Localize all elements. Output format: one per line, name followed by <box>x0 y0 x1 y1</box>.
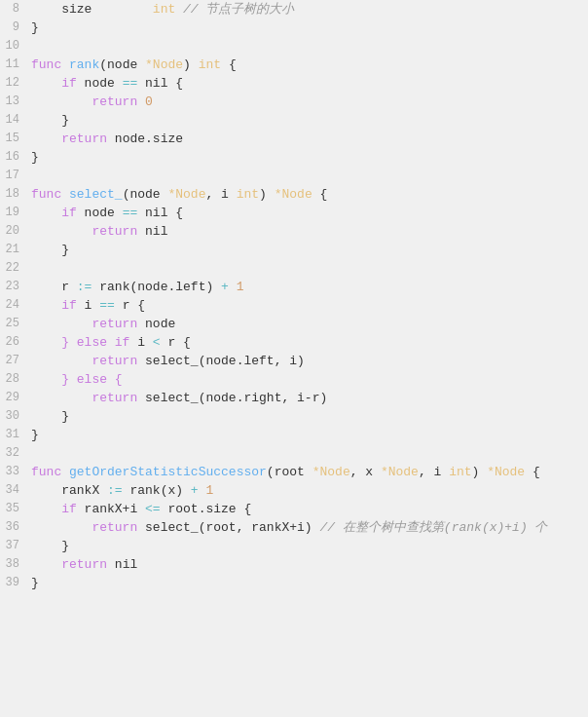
line-content: func rank(node *Node) int { <box>31 56 588 74</box>
line-number: 36 <box>0 518 31 537</box>
line-number: 27 <box>0 352 31 370</box>
code-line: 21 } <box>0 241 588 259</box>
line-content: if node == nil { <box>31 74 588 93</box>
line-number: 22 <box>0 259 31 278</box>
code-line: 36 return select_(root, rankX+i) // 在整个树… <box>0 518 588 537</box>
line-number: 18 <box>0 185 31 204</box>
code-line: 11func rank(node *Node) int { <box>0 56 588 74</box>
line-number: 14 <box>0 111 31 130</box>
code-line: 13 return 0 <box>0 93 588 111</box>
code-line: 38 return nil <box>0 555 588 574</box>
line-content: if node == nil { <box>31 204 588 222</box>
code-line: 12 if node == nil { <box>0 74 588 93</box>
line-number: 34 <box>0 481 31 500</box>
line-number: 23 <box>0 278 31 296</box>
line-number: 16 <box>0 148 31 167</box>
line-content: return select_(node.right, i-r) <box>31 389 588 407</box>
line-content: return select_(node.left, i) <box>31 352 588 370</box>
line-content: } <box>31 426 588 444</box>
code-line: 22 <box>0 259 588 278</box>
line-content: func getOrderStatisticSuccessor(root *No… <box>31 463 588 481</box>
line-content <box>31 167 588 185</box>
line-content: r := rank(node.left) + 1 <box>31 278 588 296</box>
code-line: 28 } else { <box>0 370 588 389</box>
line-content: rankX := rank(x) + 1 <box>31 481 588 500</box>
line-content: return nil <box>31 555 588 574</box>
line-content: func select_(node *Node, i int) *Node { <box>31 185 588 204</box>
code-line: 39} <box>0 574 588 592</box>
code-line: 18func select_(node *Node, i int) *Node … <box>0 185 588 204</box>
line-number: 30 <box>0 407 31 426</box>
code-line: 26 } else if i < r { <box>0 333 588 352</box>
line-content: } <box>31 537 588 555</box>
code-line: 9} <box>0 19 588 37</box>
line-number: 8 <box>0 0 31 19</box>
line-number: 24 <box>0 296 31 315</box>
line-number: 29 <box>0 389 31 407</box>
line-number: 13 <box>0 93 31 111</box>
code-line: 14 } <box>0 111 588 130</box>
line-content: return nil <box>31 222 588 241</box>
code-line: 8 size int // 节点子树的大小 <box>0 0 588 19</box>
line-number: 28 <box>0 370 31 389</box>
line-content: return node.size <box>31 130 588 148</box>
line-content: size int // 节点子树的大小 <box>31 0 588 19</box>
code-line: 31} <box>0 426 588 444</box>
line-content: } <box>31 148 588 167</box>
code-line: 20 return nil <box>0 222 588 241</box>
line-content <box>31 444 588 463</box>
code-line: 37 } <box>0 537 588 555</box>
line-content: } <box>31 19 588 37</box>
code-editor: 8 size int // 节点子树的大小9}10 11func rank(no… <box>0 0 588 717</box>
line-number: 32 <box>0 444 31 463</box>
line-number: 38 <box>0 555 31 574</box>
code-line: 24 if i == r { <box>0 296 588 315</box>
code-line: 23 r := rank(node.left) + 1 <box>0 278 588 296</box>
line-number: 19 <box>0 204 31 222</box>
line-number: 25 <box>0 315 31 333</box>
code-line: 27 return select_(node.left, i) <box>0 352 588 370</box>
line-number: 15 <box>0 130 31 148</box>
line-number: 33 <box>0 463 31 481</box>
line-content: } else if i < r { <box>31 333 588 352</box>
code-line: 10 <box>0 37 588 56</box>
code-line: 35 if rankX+i <= root.size { <box>0 500 588 518</box>
line-content: } <box>31 111 588 130</box>
line-number: 20 <box>0 222 31 241</box>
line-number: 31 <box>0 426 31 444</box>
line-content: } <box>31 407 588 426</box>
line-content: } <box>31 574 588 592</box>
line-number: 21 <box>0 241 31 259</box>
code-line: 33func getOrderStatisticSuccessor(root *… <box>0 463 588 481</box>
line-number: 9 <box>0 19 31 37</box>
code-line: 30 } <box>0 407 588 426</box>
line-number: 35 <box>0 500 31 518</box>
line-content <box>31 259 588 278</box>
code-line: 32 <box>0 444 588 463</box>
line-number: 37 <box>0 537 31 555</box>
code-line: 16} <box>0 148 588 167</box>
line-content: return select_(root, rankX+i) // 在整个树中查找… <box>31 518 588 537</box>
code-line: 15 return node.size <box>0 130 588 148</box>
code-line: 25 return node <box>0 315 588 333</box>
line-content: } <box>31 241 588 259</box>
line-number: 11 <box>0 56 31 74</box>
line-content: if rankX+i <= root.size { <box>31 500 588 518</box>
line-number: 10 <box>0 37 31 56</box>
line-content: return node <box>31 315 588 333</box>
line-number: 26 <box>0 333 31 352</box>
code-line: 29 return select_(node.right, i-r) <box>0 389 588 407</box>
line-number: 12 <box>0 74 31 93</box>
line-content: if i == r { <box>31 296 588 315</box>
line-number: 39 <box>0 574 31 592</box>
code-line: 17 <box>0 167 588 185</box>
line-number: 17 <box>0 167 31 185</box>
line-content <box>31 37 588 56</box>
line-content: } else { <box>31 370 588 389</box>
line-content: return 0 <box>31 93 588 111</box>
code-line: 19 if node == nil { <box>0 204 588 222</box>
code-line: 34 rankX := rank(x) + 1 <box>0 481 588 500</box>
